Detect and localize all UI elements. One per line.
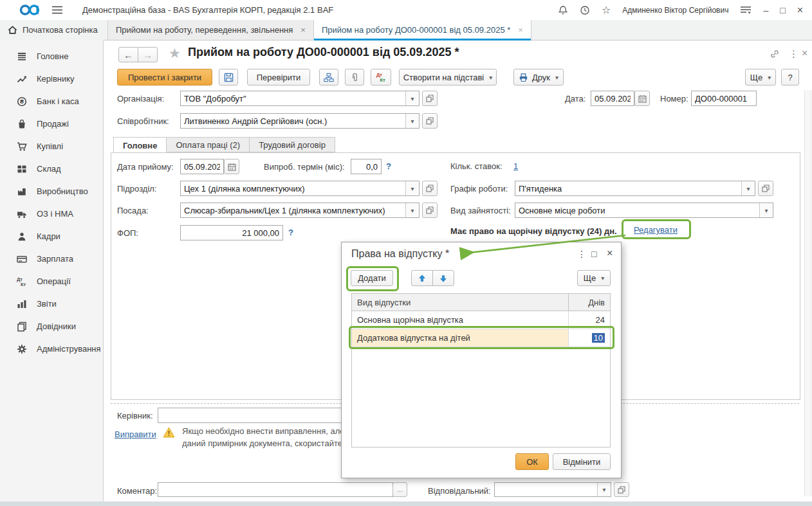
dialog-maximize-icon[interactable]: □ xyxy=(591,249,596,258)
current-user[interactable]: Админенко Віктор Сергійович xyxy=(622,6,728,15)
schedule-combo[interactable]: П'ятиденка▾ xyxy=(515,181,755,196)
responsible-open-button[interactable] xyxy=(614,482,629,497)
hire-date-input[interactable]: 05.09.2025 xyxy=(180,159,224,174)
user-menu-icon[interactable] xyxy=(740,6,752,15)
form-tab-main[interactable]: Головне xyxy=(113,137,167,153)
dropdown-arrow-icon[interactable]: ▾ xyxy=(741,181,755,195)
table-row[interactable]: Основна щорічна відпустка 24 xyxy=(352,311,610,329)
dropdown-arrow-icon[interactable]: ▾ xyxy=(597,483,611,496)
table-row-editing[interactable]: Додаткова відпустка на дітей 10 xyxy=(352,329,610,347)
main-menu-icon[interactable] xyxy=(51,6,63,14)
dialog-ok-button[interactable]: ОК xyxy=(515,453,549,470)
fop-help-link[interactable]: ? xyxy=(288,228,293,237)
dropdown-arrow-icon[interactable]: ▾ xyxy=(405,114,419,128)
vacation-type-cell[interactable]: Додаткова відпустка на дітей xyxy=(352,329,569,347)
date-input[interactable]: 05.09.2025 xyxy=(591,91,634,106)
comment-input[interactable] xyxy=(158,482,393,497)
tab-close-icon[interactable]: × xyxy=(300,25,306,35)
dialog-more-button[interactable]: Ще▾ xyxy=(577,270,611,286)
dialog-close-icon[interactable]: × xyxy=(607,248,613,258)
favorites-star-icon[interactable]: ☆ xyxy=(602,5,611,15)
org-combo[interactable]: ТОВ "Добробут"▾ xyxy=(180,91,420,106)
sidebar-item-salary[interactable]: Зарплата xyxy=(0,248,103,270)
employee-open-button[interactable] xyxy=(422,113,438,129)
sidebar-item-production[interactable]: Виробництво xyxy=(0,180,103,203)
dialog-add-button[interactable]: Додати xyxy=(351,270,393,286)
navigate-back-button[interactable]: ← xyxy=(118,47,138,62)
notifications-bell-icon[interactable] xyxy=(558,5,568,15)
dialog-menu-kebab-icon[interactable]: ⋮ xyxy=(577,249,586,258)
schedule-open-button[interactable] xyxy=(758,181,773,196)
tab-hiring-document[interactable]: Прийом на роботу ДО00-000001 від 05.09.2… xyxy=(314,20,531,40)
sidebar-item-main[interactable]: Головне xyxy=(0,45,103,68)
create-based-on-button[interactable]: Створити на підставі▾ xyxy=(399,69,497,86)
position-open-button[interactable] xyxy=(422,203,438,218)
column-header-type[interactable]: Вид відпустки xyxy=(352,294,569,311)
responsible-combo[interactable]: ▾ xyxy=(494,482,611,497)
postings-dtkt-button[interactable]: ДтКт xyxy=(371,69,391,86)
vacation-type-cell[interactable]: Основна щорічна відпустка xyxy=(352,311,569,329)
more-button[interactable]: Ще▾ xyxy=(745,69,776,86)
dropdown-arrow-icon[interactable]: ▾ xyxy=(405,181,419,195)
save-button[interactable] xyxy=(219,69,238,86)
dropdown-arrow-icon[interactable]: ▾ xyxy=(405,91,419,105)
sidebar-item-sales[interactable]: Продажі xyxy=(0,113,103,135)
help-button[interactable]: ? xyxy=(781,69,799,86)
attachments-button[interactable] xyxy=(345,69,364,86)
employee-combo[interactable]: Литвиненко Андрій Сергійович (осн.)▾ xyxy=(180,113,420,129)
sidebar-item-operations[interactable]: ДтКт Операції xyxy=(0,270,103,293)
vacation-days-cell-editing[interactable]: 10 xyxy=(569,329,610,347)
form-scrollbar[interactable] xyxy=(804,90,811,496)
window-maximize-button[interactable]: □ xyxy=(780,6,785,15)
tab-home[interactable]: Початкова сторінка xyxy=(0,20,108,40)
vacation-days-cell[interactable]: 24 xyxy=(569,311,610,329)
probation-input[interactable]: 0,0 xyxy=(351,159,382,174)
sidebar-item-references[interactable]: Довідники xyxy=(0,315,103,338)
history-icon[interactable] xyxy=(580,5,590,15)
department-open-button[interactable] xyxy=(422,181,438,196)
dropdown-arrow-icon[interactable]: ▾ xyxy=(405,203,419,217)
sidebar-item-hr[interactable]: Кадри xyxy=(0,225,103,248)
dropdown-arrow-icon[interactable]: ▾ xyxy=(759,203,773,217)
print-button[interactable]: Друк▾ xyxy=(513,69,564,86)
hire-date-calendar-button[interactable] xyxy=(224,159,239,174)
rates-value-link[interactable]: 1 xyxy=(513,161,518,171)
tab-hiring-list[interactable]: Прийоми на роботу, переведення, звільнен… xyxy=(108,20,314,40)
form-menu-kebab-icon[interactable]: ⋮ xyxy=(789,48,798,60)
number-input[interactable]: ДО00-000001 xyxy=(691,91,757,106)
selected-value[interactable]: 10 xyxy=(592,333,605,343)
check-button[interactable]: Перевірити xyxy=(247,69,310,86)
navigate-forward-button[interactable]: → xyxy=(138,47,158,62)
tab-close-icon[interactable]: × xyxy=(518,25,523,35)
window-close-button[interactable]: × xyxy=(797,5,803,15)
form-close-icon[interactable]: × xyxy=(802,48,807,59)
related-documents-button[interactable] xyxy=(319,69,338,86)
sidebar-item-administration[interactable]: Адміністрування xyxy=(0,338,103,360)
post-and-close-button[interactable]: Провести і закрити xyxy=(117,69,212,86)
sidebar-item-warehouse[interactable]: Склад xyxy=(0,158,103,180)
sidebar-item-purchases[interactable]: Купівлі xyxy=(0,135,103,158)
sidebar-item-bank-cash[interactable]: ₴ Банк і каса xyxy=(0,90,103,113)
form-tab-pay[interactable]: Оплата праці (2) xyxy=(167,137,250,152)
sidebar-item-manager[interactable]: Керівнику xyxy=(0,68,103,90)
vacation-edit-link[interactable]: Редагувати xyxy=(634,225,678,235)
window-minimize-button[interactable]: – xyxy=(763,6,768,15)
fix-document-link[interactable]: Виправити xyxy=(115,429,156,439)
move-down-button[interactable] xyxy=(432,270,454,286)
position-combo[interactable]: Слюсар-збиральник/Цех 1 (ділянка комплек… xyxy=(180,203,420,218)
fop-input[interactable]: 21 000,00 xyxy=(180,225,283,240)
comment-expand-button[interactable]: ... xyxy=(392,482,407,497)
employment-combo[interactable]: Основне місце роботи▾ xyxy=(515,203,773,218)
dialog-cancel-button[interactable]: Відмінити xyxy=(553,453,611,470)
get-link-icon[interactable] xyxy=(770,49,780,59)
favorite-star-icon[interactable]: ★ xyxy=(169,46,181,61)
form-tab-contract[interactable]: Трудовий договір xyxy=(250,137,335,152)
department-combo[interactable]: Цех 1 (ділянка комплектуючих)▾ xyxy=(180,181,420,196)
column-header-days[interactable]: Днів xyxy=(569,294,610,311)
move-up-button[interactable] xyxy=(411,270,433,286)
date-calendar-button[interactable] xyxy=(634,91,650,106)
sidebar-item-fixed-assets[interactable]: ОЗ і НМА xyxy=(0,203,103,225)
sidebar-item-reports[interactable]: Звіти xyxy=(0,293,103,315)
probation-help-link[interactable]: ? xyxy=(386,161,391,171)
org-open-button[interactable] xyxy=(422,91,438,106)
